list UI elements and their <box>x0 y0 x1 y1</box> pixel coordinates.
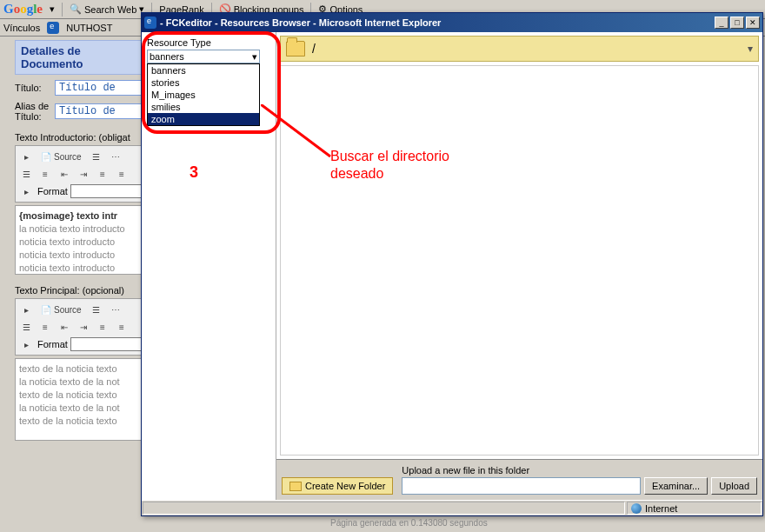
annotation-number: 3 <box>190 163 198 182</box>
dropdown-option[interactable]: stories <box>148 76 259 89</box>
dropdown-option[interactable]: M_images <box>148 89 259 101</box>
format-label: Format <box>37 186 68 196</box>
expand-icon[interactable]: ▸ <box>17 149 35 164</box>
maximize-button[interactable]: □ <box>730 17 744 29</box>
dropdown-toggle-icon[interactable]: ▾ <box>50 3 55 15</box>
intro-toolbar: ▸ 📄 Source ☰ ⋯ ☰ ≡ ⇤ ⇥ ≡ ≡ ▸ Format <box>15 145 145 203</box>
expand-icon[interactable]: ▸ <box>17 302 35 317</box>
format-select[interactable] <box>70 337 143 351</box>
align-center-icon[interactable]: ≡ <box>113 319 130 335</box>
link-nuthost[interactable]: NUTHOST <box>66 23 112 33</box>
list-ul-icon[interactable]: ☰ <box>17 319 35 335</box>
search-web-button[interactable]: 🔍 Search Web ▾ <box>70 3 144 15</box>
links-label: Vínculos <box>3 23 40 33</box>
close-button[interactable]: ✕ <box>746 17 760 29</box>
toolbar-icon[interactable]: ⋯ <box>107 149 124 164</box>
resources-browser-window: - FCKeditor - Resources Browser - Micros… <box>141 12 763 516</box>
indent-icon[interactable]: ⇥ <box>75 166 92 182</box>
upload-label: Upload a new file in this folder <box>402 465 757 475</box>
titulo-label: Título: <box>15 83 51 93</box>
source-button[interactable]: 📄 Source <box>37 149 86 164</box>
path-bar[interactable]: / ▾ <box>280 36 759 62</box>
main-toolbar: ▸ 📄 Source ☰ ⋯ ☰ ≡ ⇤ ⇥ ≡ ≡ ▸ Format <box>15 298 145 356</box>
expand-icon[interactable]: ▸ <box>17 336 35 352</box>
create-folder-button[interactable]: Create New Folder <box>282 477 393 495</box>
list-ul-icon[interactable]: ☰ <box>17 166 35 182</box>
align-center-icon[interactable]: ≡ <box>113 166 130 182</box>
main-section-label: Texto Principal: (opcional) <box>15 285 145 296</box>
align-left-icon[interactable]: ≡ <box>94 319 111 335</box>
editor-panel: Detalles de Documento Título: Alias de T… <box>15 40 145 441</box>
resource-type-select[interactable]: banners ▾ <box>147 50 260 63</box>
resource-type-dropdown[interactable]: bannersstoriesM_imagessmilieszoom <box>147 63 260 126</box>
main-editor[interactable]: texto de la noticia texto la noticia tex… <box>15 358 145 441</box>
intro-editor[interactable]: {mosimage} texto intr la noticia texto i… <box>15 205 145 275</box>
zone-label: Internet <box>645 503 677 514</box>
status-bar: Internet <box>142 500 762 515</box>
dropdown-option[interactable]: banners <box>148 64 259 76</box>
expand-icon[interactable]: ▸ <box>17 183 35 199</box>
intro-section-label: Texto Introductorio: (obligat <box>15 132 145 143</box>
dropdown-option[interactable]: smilies <box>148 101 259 113</box>
footer-text: Página generada en 0.143080 segundos <box>330 518 488 528</box>
source-button[interactable]: 📄 Source <box>37 302 86 317</box>
alias-input[interactable] <box>55 103 145 119</box>
folder-icon <box>286 41 305 57</box>
outdent-icon[interactable]: ⇤ <box>56 319 73 335</box>
dropdown-option[interactable]: zoom <box>148 113 259 125</box>
indent-icon[interactable]: ⇥ <box>75 319 92 335</box>
titulo-input[interactable] <box>55 80 145 96</box>
resource-type-label: Resource Type <box>147 37 270 48</box>
file-list[interactable] <box>280 65 759 456</box>
outdent-icon[interactable]: ⇤ <box>56 166 73 182</box>
chevron-down-icon[interactable]: ▾ <box>748 43 753 55</box>
ie-icon <box>47 22 59 34</box>
alias-label: Alias de Título: <box>15 101 51 122</box>
upload-button[interactable]: Upload <box>711 477 757 495</box>
annotation-text: Buscar el directorio deseado <box>330 148 449 183</box>
ie-icon <box>144 17 156 29</box>
chevron-down-icon: ▾ <box>252 51 257 63</box>
panel-header: Detalles de Documento <box>15 40 145 75</box>
sidebar: Resource Type banners ▾ bannersstoriesM_… <box>142 32 276 500</box>
bottom-bar: Create New Folder Upload a new file in t… <box>276 459 762 500</box>
minimize-button[interactable]: _ <box>715 17 728 29</box>
titlebar: - FCKeditor - Resources Browser - Micros… <box>142 13 762 32</box>
toolbar-icon[interactable]: ⋯ <box>107 302 124 317</box>
toolbar-icon[interactable]: ☰ <box>88 302 105 317</box>
window-title: - FCKeditor - Resources Browser - Micros… <box>160 17 713 28</box>
format-label: Format <box>37 339 68 349</box>
list-ol-icon[interactable]: ≡ <box>37 319 54 335</box>
folder-icon <box>289 482 302 491</box>
path-text: / <box>312 42 316 56</box>
toolbar-icon[interactable]: ☰ <box>88 149 105 164</box>
globe-icon <box>631 503 642 514</box>
upload-file-input[interactable] <box>402 477 641 495</box>
browse-button[interactable]: Examinar... <box>644 477 708 495</box>
align-left-icon[interactable]: ≡ <box>94 166 111 182</box>
list-ol-icon[interactable]: ≡ <box>37 166 54 182</box>
format-select[interactable] <box>70 184 143 198</box>
google-logo: Google <box>3 2 43 17</box>
